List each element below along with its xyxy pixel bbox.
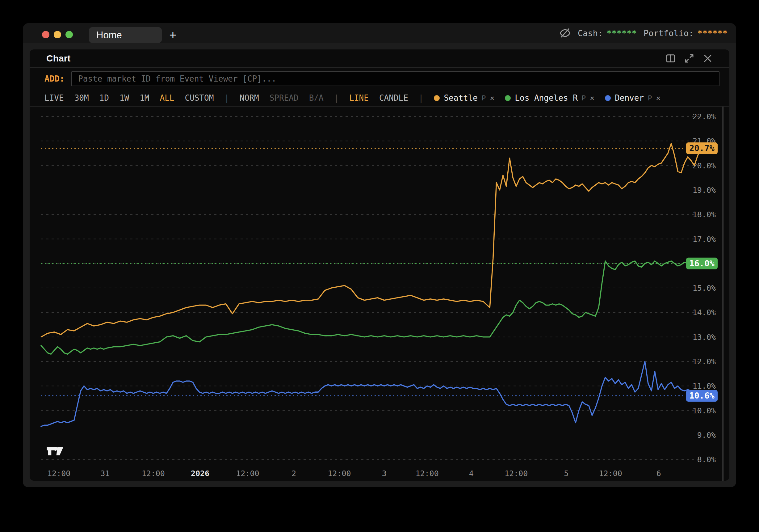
tradingview-logo[interactable]	[47, 447, 63, 455]
x-axis-tick: 6	[657, 469, 661, 478]
x-axis-tick: 3	[382, 469, 386, 478]
legend-item-seattle[interactable]: SeattleP×	[434, 93, 494, 102]
toolbar: LIVE30M1D1W1MALLCUSTOM|NORMSPREADB/A|LIN…	[30, 90, 729, 106]
market-id-input[interactable]	[71, 71, 719, 86]
remove-series-icon[interactable]: ×	[590, 94, 594, 102]
x-axis-tick: 31	[100, 469, 110, 478]
tab-home[interactable]: Home	[89, 27, 162, 43]
series-color-dot	[434, 95, 440, 101]
x-axis-tick: 4	[469, 469, 474, 478]
y-axis-tick: 9.0%	[697, 431, 716, 440]
window-close-button[interactable]	[42, 31, 49, 38]
y-axis-tick: 19.0%	[693, 186, 716, 195]
y-axis-tick: 11.0%	[693, 382, 716, 390]
x-axis-tick: 12:00	[142, 469, 165, 478]
account-summary: Cash: ****** Portfolio: ******	[559, 23, 728, 43]
panel-title: Chart	[46, 50, 70, 67]
add-label: ADD:	[45, 74, 64, 83]
timeframe-live[interactable]: LIVE	[45, 93, 64, 102]
x-axis-tick: 12:00	[504, 469, 528, 478]
split-view-icon[interactable]	[665, 53, 676, 64]
price-badge-label: 16.0%	[689, 259, 714, 268]
series-name: Los Angeles R	[515, 93, 578, 102]
y-axis-tick: 22.0%	[693, 112, 716, 121]
timeframe-1d[interactable]: 1D	[100, 93, 109, 102]
y-axis-tick: 14.0%	[693, 308, 716, 317]
y-axis-tick: 20.0%	[693, 161, 716, 170]
window-zoom-button[interactable]	[65, 31, 73, 38]
series-name: Seattle	[444, 93, 478, 102]
y-axis-tick: 13.0%	[693, 333, 716, 342]
mode-b-a: B/A	[309, 93, 324, 102]
chart-panel-header: Chart	[30, 50, 729, 68]
series-modifier: P	[582, 94, 586, 102]
y-axis-tick: 18.0%	[693, 210, 716, 219]
timeframe-30m[interactable]: 30M	[74, 93, 89, 102]
y-axis-tick: 15.0%	[693, 284, 716, 293]
timeframe-custom[interactable]: CUSTOM	[185, 93, 214, 102]
expand-icon[interactable]	[684, 53, 695, 64]
price-chart[interactable]: 22.0%21.0%20.0%19.0%18.0%17.0%16.0%15.0%…	[30, 106, 729, 481]
window-minimize-button[interactable]	[54, 31, 61, 38]
legend-item-los-angeles-r[interactable]: Los Angeles RP×	[505, 93, 594, 102]
x-axis-tick: 5	[564, 469, 569, 478]
toolbar-divider: |	[224, 93, 229, 102]
portfolio-label: Portfolio:	[644, 28, 694, 38]
eye-off-icon[interactable]	[559, 27, 571, 39]
series-modifier: P	[482, 94, 486, 102]
chart-region[interactable]: 22.0%21.0%20.0%19.0%18.0%17.0%16.0%15.0%…	[30, 106, 729, 481]
app-window: Home + Cash: ****** Portfolio: ****** Ch	[23, 23, 736, 487]
cash-label: Cash:	[578, 28, 603, 38]
mode-spread: SPREAD	[269, 93, 299, 102]
legend-item-denver[interactable]: DenverP×	[605, 93, 660, 102]
chart-type-candle[interactable]: CANDLE	[379, 93, 408, 102]
series-name: Denver	[615, 93, 644, 102]
price-badge-label: 10.6%	[689, 391, 714, 400]
x-axis-tick: 12:00	[328, 469, 351, 478]
y-axis-tick: 10.0%	[693, 406, 716, 415]
tab-home-label: Home	[96, 30, 122, 41]
price-badge-label: 20.7%	[689, 143, 714, 153]
series-line-denver[interactable]	[41, 361, 701, 426]
mode-norm[interactable]: NORM	[240, 93, 259, 102]
remove-series-icon[interactable]: ×	[490, 94, 494, 102]
x-axis-tick: 2026	[191, 469, 209, 478]
y-axis-tick: 17.0%	[693, 235, 716, 244]
series-color-dot	[605, 95, 611, 101]
chart-type-line[interactable]: LINE	[349, 93, 369, 102]
x-axis-tick: 12:00	[415, 469, 438, 478]
timeframe-1w[interactable]: 1W	[119, 93, 129, 102]
y-axis-tick: 8.0%	[697, 455, 716, 464]
timeframe-1m[interactable]: 1M	[140, 93, 149, 102]
series-color-dot	[505, 95, 511, 101]
x-axis-tick: 12:00	[47, 469, 70, 478]
x-axis-tick: 12:00	[599, 469, 622, 478]
x-axis-tick: 2	[292, 469, 296, 478]
series-modifier: P	[648, 94, 652, 102]
new-tab-button[interactable]: +	[165, 27, 181, 43]
portfolio-value: ******	[697, 28, 728, 38]
x-axis-tick: 12:00	[236, 469, 259, 478]
close-panel-icon[interactable]	[702, 53, 713, 64]
toolbar-divider: |	[334, 93, 339, 102]
cash-value: ******	[607, 28, 637, 38]
y-axis-tick: 12.0%	[693, 357, 716, 366]
timeframe-all[interactable]: ALL	[160, 93, 175, 102]
titlebar: Home + Cash: ****** Portfolio: ******	[23, 23, 736, 43]
window-content: Chart ADD: LIVE30M1D1W1MALLCUST	[23, 43, 736, 487]
series-line-los-angeles-r[interactable]	[41, 261, 701, 354]
remove-series-icon[interactable]: ×	[656, 94, 660, 102]
series-line-seattle[interactable]	[41, 143, 701, 337]
add-market-row: ADD:	[30, 68, 729, 90]
chart-panel: Chart ADD: LIVE30M1D1W1MALLCUST	[30, 50, 729, 481]
toolbar-divider: |	[419, 93, 424, 102]
